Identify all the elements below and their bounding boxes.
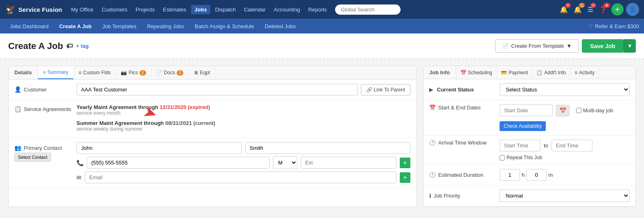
- contact-first-name-input[interactable]: [77, 142, 242, 154]
- service-agreements-row: 📋 Service Agreements Yearly Maint Agreem…: [9, 100, 416, 138]
- nav-accounting[interactable]: Accounting: [270, 5, 303, 14]
- customer-input-row: 🔗 Link To Parent: [77, 84, 410, 96]
- phone-icon: 📞: [77, 160, 83, 166]
- duration-hours-input[interactable]: [500, 169, 520, 181]
- save-job-button[interactable]: Save Job: [582, 39, 623, 53]
- sub-nav-repeating-jobs[interactable]: Repeating Jobs: [142, 22, 189, 31]
- tab-docs[interactable]: 📄 Docs 0: [151, 66, 189, 79]
- duration-minutes-input[interactable]: [526, 169, 547, 181]
- select-contact-button[interactable]: Select Contact: [14, 153, 51, 162]
- logo-text: Service Fusion: [18, 6, 62, 13]
- refer-earn-link[interactable]: ♡ Refer & Earn $300: [588, 23, 639, 29]
- tab-summary[interactable]: ≡ Summary: [38, 66, 74, 79]
- job-priority-row: ℹ Job Priority Normal Low High Urgent: [423, 185, 635, 207]
- nav-calendar[interactable]: Calendar: [241, 5, 269, 14]
- tab-addtl-info[interactable]: 📋 Addt'l Info: [532, 66, 570, 79]
- start-time-input[interactable]: [500, 140, 540, 151]
- avatar[interactable]: 👤: [626, 3, 639, 16]
- top-nav: 🦅 Service Fusion My Office Customers Pro…: [0, 0, 644, 19]
- nav-dispatch[interactable]: Dispatch: [212, 5, 239, 14]
- right-panel: Job Info 📅 Scheduling 💳 Payment 📋 Addt'l…: [423, 66, 636, 207]
- add-tag-button[interactable]: + tag: [76, 43, 89, 49]
- job-priority-select[interactable]: Normal Low High Urgent: [500, 189, 630, 202]
- logo-icon: 🦅: [5, 4, 16, 15]
- nav-jobs[interactable]: Jobs: [191, 5, 210, 14]
- left-panel-tabs: Details ≡ Summary ≡ Custom Flds 📷 Pics 0…: [9, 66, 416, 80]
- sa2-title: Summer Maint Agreement through 08/31/202…: [77, 120, 410, 126]
- add-phone-button[interactable]: +: [400, 158, 410, 168]
- eqpt-tab-icon: 🖥: [194, 70, 198, 76]
- agreements-icon: 📋: [14, 106, 21, 112]
- pics-badge: 0: [140, 70, 146, 76]
- page-title: Create A Job 🏷 + tag: [8, 41, 89, 51]
- help-btn[interactable]: ❓ ★: [597, 4, 609, 15]
- start-date-input[interactable]: [500, 105, 553, 116]
- sub-nav-deleted-jobs[interactable]: Deleted Jobs: [260, 22, 301, 31]
- primary-contact-label: 👥 Primary Contact Select Contact: [14, 142, 72, 162]
- customer-label: 👤 Customer: [14, 84, 72, 93]
- contact-ext-input[interactable]: [301, 157, 396, 169]
- help-badge: ★: [603, 3, 610, 8]
- arrival-time-content: to Repeat This Job: [500, 140, 630, 160]
- end-time-input[interactable]: [552, 140, 592, 151]
- calendar-picker-button[interactable]: 📅: [556, 105, 570, 116]
- contact-last-name-input[interactable]: [245, 142, 410, 154]
- create-from-template-button[interactable]: 📄 Create From Template ▼: [495, 39, 579, 53]
- docs-badge: 0: [177, 70, 183, 76]
- contact-name-row: [77, 142, 410, 154]
- menu-btn[interactable]: ☰ 0: [586, 4, 595, 15]
- contact-email-input[interactable]: [85, 171, 396, 183]
- notifications-btn[interactable]: 🔔 0: [558, 4, 570, 15]
- current-status-toggle[interactable]: ▶: [429, 87, 433, 93]
- tab-pics[interactable]: 📷 Pics 0: [116, 66, 151, 79]
- service-agreements-label: 📋 Service Agreements: [14, 104, 72, 112]
- scheduling-icon: 📅: [460, 70, 466, 76]
- customer-icon: 👤: [14, 86, 21, 93]
- add-button[interactable]: +: [611, 3, 624, 16]
- estimated-duration-content: h m: [500, 169, 630, 181]
- alerts-btn[interactable]: 🔔 1: [572, 4, 583, 15]
- email-icon: ✉: [77, 174, 81, 181]
- nav-projects[interactable]: Projects: [132, 5, 158, 14]
- primary-contact-row: 👥 Primary Contact Select Contact 📞 M Mr: [9, 138, 416, 188]
- sub-nav: Jobs Dashboard Create A Job Job Template…: [0, 19, 644, 33]
- nav-estimates[interactable]: Estimates: [160, 5, 189, 14]
- contact-icon: 👥: [14, 145, 21, 151]
- calendar-icon: 📅: [429, 105, 436, 111]
- customer-input[interactable]: [77, 84, 358, 96]
- alerts-badge: 1: [579, 3, 585, 8]
- tab-eqpt[interactable]: 🖥 Eqpt: [189, 66, 216, 79]
- tab-payment[interactable]: 💳 Payment: [497, 66, 532, 79]
- page-header: Create A Job 🏷 + tag 📄 Create From Templ…: [0, 33, 644, 59]
- link-to-parent-button[interactable]: 🔗 Link To Parent: [361, 84, 411, 96]
- logo[interactable]: 🦅 Service Fusion: [5, 4, 62, 15]
- nav-customers[interactable]: Customers: [98, 5, 131, 14]
- addtl-info-icon: 📋: [536, 70, 543, 76]
- multiday-checkbox[interactable]: [576, 108, 581, 113]
- contact-salutation-select[interactable]: M Mr Mrs Ms Dr: [273, 156, 297, 169]
- add-email-button[interactable]: +: [400, 172, 410, 183]
- multiday-label: Multi-day job: [576, 107, 613, 113]
- tab-activity[interactable]: ≡ Activity: [570, 66, 599, 79]
- search-input[interactable]: [335, 4, 401, 15]
- check-availability-button[interactable]: Check Availability: [500, 121, 546, 131]
- estimated-duration-label: 🕐 Estimated Duration: [429, 172, 495, 178]
- pics-tab-icon: 📷: [121, 70, 127, 76]
- template-icon: 📄: [502, 43, 509, 49]
- priority-icon: ℹ: [429, 193, 431, 199]
- contact-phone-input[interactable]: [87, 157, 270, 169]
- tab-custom-flds[interactable]: ≡ Custom Flds: [74, 66, 116, 79]
- sub-nav-create-a-job[interactable]: Create A Job: [54, 22, 97, 31]
- start-end-content: 📅 Multi-day job Check Availability: [500, 105, 630, 131]
- payment-icon: 💳: [501, 70, 507, 76]
- sub-nav-jobs-dashboard[interactable]: Jobs Dashboard: [5, 22, 54, 31]
- nav-my-office[interactable]: My Office: [68, 5, 97, 14]
- customer-content: 🔗 Link To Parent: [77, 84, 410, 96]
- tab-scheduling[interactable]: 📅 Scheduling: [456, 66, 497, 79]
- sub-nav-job-templates[interactable]: Job Templates: [97, 22, 142, 31]
- save-job-caret-button[interactable]: ▼: [624, 39, 636, 53]
- repeat-job-checkbox[interactable]: [500, 155, 505, 160]
- sub-nav-batch-assign[interactable]: Batch Assign & Schedule: [190, 22, 259, 31]
- status-select[interactable]: Select Status Open In Progress Completed…: [500, 83, 630, 96]
- nav-reports[interactable]: Reports: [305, 5, 330, 14]
